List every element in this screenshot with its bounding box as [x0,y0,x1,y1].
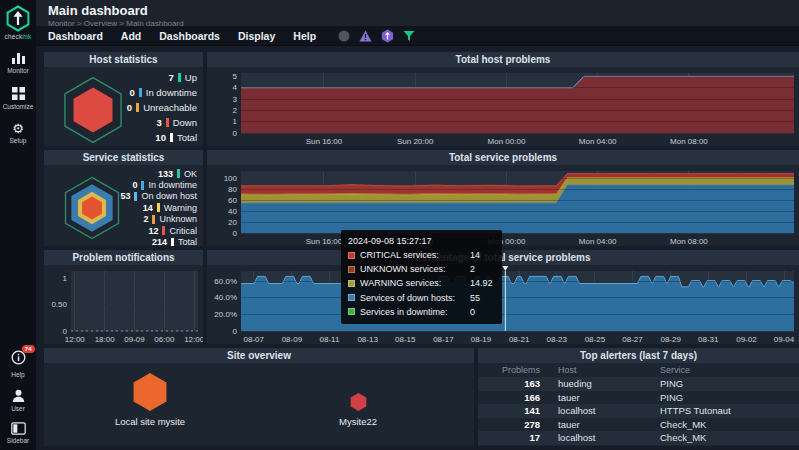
werks-hexagon-icon[interactable] [381,29,394,43]
stat-row[interactable]: 133OK [106,168,197,179]
table-cell[interactable]: tauer [540,418,650,432]
stat-label: Total [177,132,197,143]
table-cell[interactable]: 141 [478,404,540,418]
menubar: DashboardAddDashboardsDisplayHelp [36,26,799,46]
table-row[interactable]: 141localhostHTTPS Tutonaut [478,404,799,418]
tooltip-chip [348,252,355,259]
table-cell[interactable]: Check_MK [650,431,799,445]
stat-row[interactable]: 214Total [106,236,197,246]
table-cell[interactable]: 17 [478,431,540,445]
sidebar-item-label: Sidebar [7,437,29,444]
table-row[interactable]: 163huedingPING [478,377,799,391]
table-header-row: ProblemsHostService [478,363,799,377]
stat-row[interactable]: 0In downtime [108,85,197,100]
sidebar-item-setup[interactable]: ⚙ Setup [10,122,27,144]
menu-item-dashboards[interactable]: Dashboards [159,30,220,42]
site-mysite22[interactable]: Mysite22 [303,392,413,427]
tooltip-chip [348,308,355,315]
stat-row[interactable]: 53On down host [106,191,197,202]
stat-row[interactable]: 3Down [108,115,197,130]
stat-value: 133 [149,169,173,179]
panel-host-statistics: Host statistics 7Up0In downtime0Unreacha… [44,52,203,146]
sidebar-item-monitor[interactable]: Monitor [7,52,29,74]
menu-item-dashboard[interactable]: Dashboard [48,30,103,42]
stat-label: Up [185,72,197,83]
stat-row[interactable]: 14Warning [106,202,197,213]
svg-text:06:00: 06:00 [154,335,175,344]
panel-title: Problem notifications [44,250,203,265]
stat-value: 0 [111,87,135,98]
svg-text:0.50: 0.50 [51,300,67,309]
menubar-items: DashboardAddDashboardsDisplayHelp [48,30,316,42]
sidebar: checkmk Monitor Customize ⚙ Setup [0,0,36,450]
table-row[interactable]: 166tauerPING [478,391,799,405]
sidebar-item-label: Customize [3,103,34,110]
table-cell[interactable]: Check_MK [650,418,799,432]
site-label: Mysite22 [339,416,377,427]
sidebar-item-sidebar[interactable]: Sidebar [7,422,29,444]
menu-item-add[interactable]: Add [121,30,141,42]
svg-text:08-17: 08-17 [433,335,454,344]
chart-percentage-service-problems[interactable]: 020.0%40.0%60.0%08-0708-0908-1108-1308-1… [207,265,799,344]
status-chip [178,73,181,82]
stat-row[interactable]: 0Unreachable [108,100,197,115]
table-cell[interactable]: tauer [540,391,650,405]
table-cell[interactable]: PING [650,391,799,405]
stat-value: 3 [138,117,162,128]
svg-text:0: 0 [233,327,238,336]
app-root: checkmk Monitor Customize ⚙ Setup [0,0,799,450]
menu-item-display[interactable]: Display [238,30,275,42]
stat-label: In downtime [148,180,197,190]
sidebar-item-customize[interactable]: Customize [3,86,34,110]
svg-text:5: 5 [233,72,238,81]
warning-triangle-icon[interactable] [359,30,372,42]
tooltip-chip [348,266,355,273]
stat-row[interactable]: 2Unknown [106,214,197,225]
table-cell[interactable]: 166 [478,391,540,405]
chart-total-host-problems[interactable]: 012345Sun 16:00Sun 20:00Mon 00:00Mon 04:… [207,67,799,146]
panel-title: Total service problems [207,150,799,165]
host-stats-list: 7Up0In downtime0Unreachable3Down10Total [108,70,197,145]
stat-row[interactable]: 0In downtime [106,179,197,190]
service-stats-list: 133OK0In downtime53On down host14Warning… [106,168,197,246]
table-row[interactable]: 278tauerCheck_MK [478,418,799,432]
chart-total-service-problems[interactable]: 020406080100Sun 16:00Sun 20:00Mon 00:00M… [207,165,799,246]
tooltip-value: 55 [470,292,480,304]
stat-label: In downtime [146,87,197,98]
status-chip [162,226,165,235]
table-cell[interactable]: hueding [540,377,650,391]
table-cell[interactable]: PING [650,377,799,391]
table-cell[interactable]: HTTPS Tutonaut [650,404,799,418]
table-cell[interactable]: 278 [478,418,540,432]
sidebar-item-user[interactable]: User [11,388,26,412]
site-local-mysite[interactable]: Local site mysite [95,372,205,427]
table-row[interactable]: 17localhostCheck_MK [478,431,799,445]
menu-item-help[interactable]: Help [293,30,316,42]
chart-problem-notifications[interactable]: 00.50112:0018:0009-0906:0012:00 [44,265,203,344]
table-cell[interactable]: localhost [540,431,650,445]
stat-row[interactable]: 10Total [108,130,197,145]
status-chip [177,169,180,178]
status-circle-icon[interactable] [338,30,350,42]
panel-total-service-problems: Total service problems 020406080100Sun 1… [207,150,799,246]
panel-site-overview: Site overview Local site mysite Mysite22 [44,348,474,446]
filter-icon[interactable] [403,30,415,42]
status-chip [166,118,169,127]
sidebar-item-help[interactable]: 74 Help [11,350,26,378]
stat-row[interactable]: 12Critical [106,225,197,236]
status-chip [141,181,144,190]
panel-title: Site overview [44,348,474,363]
svg-text:0: 0 [233,229,238,238]
checkmk-logo[interactable]: checkmk [4,5,31,40]
panel-title: Host statistics [44,52,203,67]
svg-text:20.0%: 20.0% [214,310,237,319]
svg-text:3: 3 [233,95,238,104]
stat-value: 0 [113,180,137,190]
tooltip-chip [348,280,355,287]
stat-label: Total [178,237,197,246]
monitor-icon [11,52,26,65]
tooltip-value: 0 [470,306,475,318]
table-cell[interactable]: 163 [478,377,540,391]
stat-row[interactable]: 7Up [108,70,197,85]
table-cell[interactable]: localhost [540,404,650,418]
